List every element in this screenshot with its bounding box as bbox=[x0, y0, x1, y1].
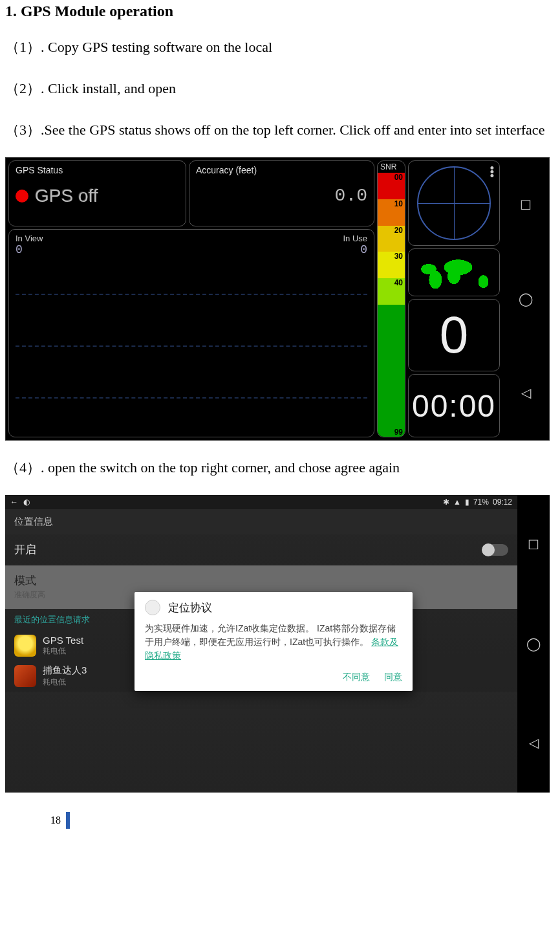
back-arrow-icon[interactable]: ← bbox=[10, 498, 18, 507]
gps-off-indicator-icon bbox=[16, 190, 28, 203]
home-icon[interactable]: ◯ bbox=[526, 636, 541, 652]
screenshot-location-settings: ← ◐ ✱ ▲ ▮ 71% 09:12 位置信息 开启 模式 准确度高 最近的位… bbox=[5, 495, 550, 793]
home-icon[interactable]: ◯ bbox=[519, 291, 533, 307]
snr-tick-20: 20 bbox=[378, 226, 405, 252]
compass-icon bbox=[417, 166, 491, 240]
row-mode-label: 模式 bbox=[14, 575, 36, 587]
dialog-agree-button[interactable]: 同意 bbox=[384, 672, 402, 683]
recent-apps-icon[interactable]: ☐ bbox=[528, 537, 539, 553]
snr-tick-99: 99 bbox=[378, 305, 405, 437]
accuracy-label: Accuracy (feet) bbox=[196, 165, 367, 175]
location-status-icon: ◐ bbox=[23, 498, 30, 507]
step-3: （3）.See the GPS status shows off on the … bbox=[5, 116, 555, 144]
screenshot-gps-app: GPS Status GPS off Accuracy (feet) 0.0 I… bbox=[5, 157, 550, 441]
in-view-block: In View 0 bbox=[16, 234, 43, 256]
gps-status-label: GPS Status bbox=[16, 165, 179, 175]
location-toggle[interactable] bbox=[482, 544, 508, 556]
settings-content: ← ◐ ✱ ▲ ▮ 71% 09:12 位置信息 开启 模式 准确度高 最近的位… bbox=[5, 495, 517, 793]
in-view-value: 0 bbox=[16, 243, 43, 256]
worldmap-tile[interactable] bbox=[408, 248, 500, 296]
snr-column: SNR 00 10 20 30 40 99 bbox=[377, 160, 405, 437]
step-2-text: （2）. Click install, and open bbox=[5, 80, 176, 96]
app2-sub: 耗电低 bbox=[43, 677, 87, 688]
snr-label: SNR bbox=[378, 161, 405, 173]
gps-status-card[interactable]: GPS Status GPS off bbox=[8, 160, 186, 226]
step-3-text: （3）.See the GPS status shows off on the … bbox=[5, 122, 544, 138]
status-right: ✱ ▲ ▮ 71% 09:12 bbox=[443, 498, 512, 507]
step-4: （4）. open the switch on the top right co… bbox=[5, 454, 555, 482]
snr-tick-40: 40 bbox=[378, 278, 405, 305]
dialog-title: 定位协议 bbox=[168, 600, 212, 615]
dialog-body: 为实现硬件加速，允许IZat收集定位数据。 IZat将部分数据存储于用户终端，即… bbox=[135, 619, 413, 669]
page-number: 18 bbox=[50, 815, 61, 826]
recent-apps-icon[interactable]: ☐ bbox=[520, 197, 532, 213]
satellite-gridlines bbox=[16, 268, 367, 424]
snr-tick-10: 10 bbox=[378, 199, 405, 226]
snr-scale: SNR 00 10 20 30 40 99 bbox=[377, 160, 405, 437]
section-heading: 1. GPS Module operation bbox=[5, 3, 555, 20]
in-view-label: In View bbox=[16, 234, 43, 243]
dialog-actions: 不同意 同意 bbox=[135, 669, 413, 691]
row-enable-label: 开启 bbox=[14, 542, 36, 557]
wifi-icon: ▲ bbox=[453, 498, 461, 507]
android-navbar: ☐ ◯ ◁ bbox=[517, 495, 550, 793]
battery-percent: 71% bbox=[473, 498, 489, 507]
worldmap-icon bbox=[412, 255, 496, 290]
speed-value: 0 bbox=[440, 305, 469, 365]
step-4-text: （4）. open the switch on the top right co… bbox=[5, 459, 400, 476]
snr-tick-30: 30 bbox=[378, 252, 405, 278]
time-value: 00:00 bbox=[412, 388, 496, 424]
overflow-menu-icon[interactable]: ••• bbox=[490, 166, 494, 178]
snr-tick-00: 00 bbox=[378, 173, 405, 199]
step-1: （1）. Copy GPS testing software on the lo… bbox=[5, 33, 555, 61]
gps-top-row: GPS Status GPS off Accuracy (feet) 0.0 bbox=[8, 160, 374, 226]
android-navbar: ☐ ◯ ◁ bbox=[502, 158, 549, 440]
back-icon[interactable]: ◁ bbox=[521, 385, 531, 400]
satellites-header: In View 0 In Use 0 bbox=[16, 234, 367, 256]
gps-left-column: GPS Status GPS off Accuracy (feet) 0.0 I… bbox=[8, 160, 374, 437]
gps-status-text: GPS off bbox=[35, 186, 98, 206]
in-use-block: In Use 0 bbox=[343, 234, 367, 256]
time-tile[interactable]: 00:00 bbox=[408, 374, 500, 437]
gps-status-line: GPS off bbox=[16, 186, 179, 206]
gridline bbox=[16, 397, 367, 399]
app2-name: 捕鱼达人3 bbox=[43, 664, 87, 677]
footer-accent-bar bbox=[66, 812, 70, 829]
speed-tile[interactable]: 0 bbox=[408, 299, 500, 371]
dialog-disagree-button[interactable]: 不同意 bbox=[343, 672, 370, 683]
row-location-enable[interactable]: 开启 bbox=[5, 534, 517, 565]
in-use-value: 0 bbox=[343, 243, 367, 256]
app1-sub: 耗电低 bbox=[43, 646, 83, 657]
gridline bbox=[16, 294, 367, 295]
fishing-app-icon bbox=[14, 665, 36, 687]
status-time: 09:12 bbox=[493, 498, 512, 507]
status-bar: ← ◐ ✱ ▲ ▮ 71% 09:12 bbox=[5, 495, 517, 509]
dialog-header: 定位协议 bbox=[135, 592, 413, 619]
gpstest-app-icon bbox=[14, 635, 36, 657]
app1-name: GPS Test bbox=[43, 635, 83, 646]
gps-app-content: GPS Status GPS off Accuracy (feet) 0.0 I… bbox=[6, 158, 502, 440]
step-2: （2）. Click install, and open bbox=[5, 74, 555, 103]
battery-icon: ▮ bbox=[465, 498, 469, 507]
back-icon[interactable]: ◁ bbox=[529, 735, 539, 750]
dialog-body-text: 为实现硬件加速，允许IZat收集定位数据。 IZat将部分数据存储于用户终端，即… bbox=[145, 623, 396, 647]
accuracy-value: 0.0 bbox=[196, 186, 367, 206]
bluetooth-icon: ✱ bbox=[443, 498, 449, 507]
page-footer: 18 bbox=[50, 812, 555, 829]
gridline bbox=[16, 345, 367, 347]
settings-title: 位置信息 bbox=[5, 509, 517, 534]
in-use-label: In Use bbox=[343, 234, 367, 243]
location-agreement-dialog: 定位协议 为实现硬件加速，允许IZat收集定位数据。 IZat将部分数据存储于用… bbox=[135, 592, 413, 691]
status-left: ← ◐ bbox=[10, 498, 30, 507]
step-1-text: （1）. Copy GPS testing software on the lo… bbox=[5, 39, 272, 55]
row-mode-sub: 准确度高 bbox=[14, 589, 45, 600]
satellites-card: In View 0 In Use 0 bbox=[8, 229, 374, 437]
compass-tile[interactable]: ••• bbox=[408, 160, 500, 246]
dialog-icon bbox=[145, 600, 160, 615]
gps-right-column: ••• 0 00:00 bbox=[408, 160, 500, 437]
accuracy-card: Accuracy (feet) 0.0 bbox=[189, 160, 374, 226]
